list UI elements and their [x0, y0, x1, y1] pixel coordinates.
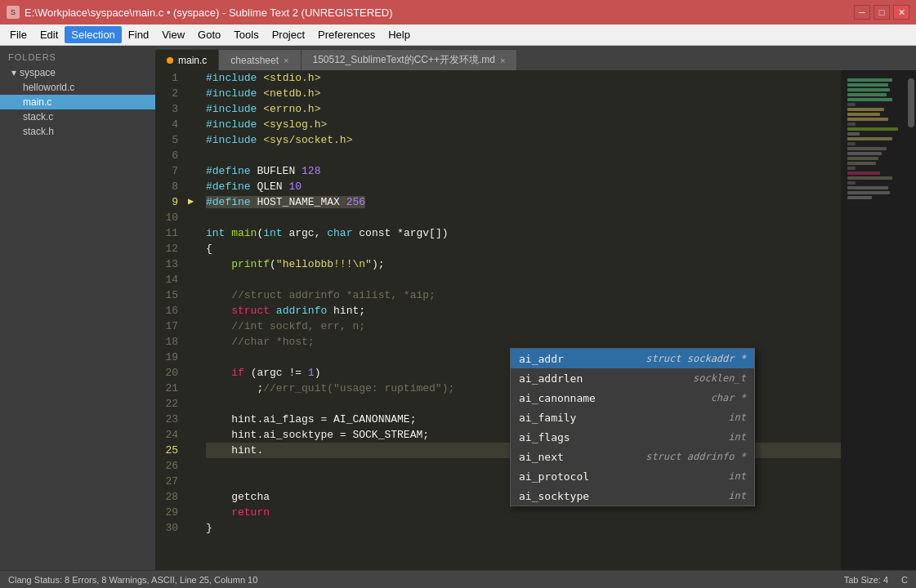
- sidebar-file-stackh[interactable]: stack.h: [0, 124, 155, 139]
- ac-item-ai-canonname[interactable]: ai_canonname char *: [511, 388, 754, 408]
- code-line-29: return: [206, 505, 841, 520]
- arrow-indicator-9: ▶: [188, 194, 199, 210]
- line-numbers: 1 2 3 4 5 6 7 8 9 10 11 12 13 14 15 16 1…: [155, 70, 188, 570]
- titlebar: S E:\Workplace\syspace\main.c • (syspace…: [0, 0, 916, 24]
- ac-type: int: [728, 412, 746, 423]
- code-line-13: printf("hellobbb!!!\n");: [206, 256, 841, 272]
- code-line-17: //int sockfd, err, n;: [206, 318, 841, 334]
- editor-container: main.c cheatsheet × 150512_SublimeText的C…: [155, 46, 916, 570]
- line-num-28: 28: [155, 489, 183, 505]
- ac-name: ai_flags: [519, 431, 570, 443]
- ac-name: ai_canonname: [519, 392, 596, 404]
- line-num-6: 6: [155, 148, 183, 163]
- line-num-27: 27: [155, 474, 183, 489]
- code-line-6: [206, 148, 841, 163]
- sidebar-file-stackc[interactable]: stack.c: [0, 109, 155, 124]
- tab-label: cheatsheet: [230, 55, 279, 66]
- tab-cheatsheet[interactable]: cheatsheet ×: [219, 49, 301, 70]
- language-text[interactable]: C: [901, 575, 908, 585]
- window-controls: ─ □ ✕: [854, 5, 909, 20]
- line-num-15: 15: [155, 287, 183, 303]
- minimap: [841, 70, 906, 570]
- line-num-10: 10: [155, 210, 183, 225]
- folders-label: FOLDERS: [0, 46, 155, 65]
- line-num-17: 17: [155, 318, 183, 334]
- tab-close-icon[interactable]: ×: [500, 56, 505, 65]
- tab-label: 150512_SublimeText的CC++开发环境.md: [313, 53, 495, 67]
- menubar: File Edit Selection Find View Goto Tools…: [0, 24, 916, 46]
- menu-project[interactable]: Project: [266, 26, 311, 43]
- tab-size-text[interactable]: Tab Size: 4: [844, 575, 888, 585]
- maximize-button[interactable]: □: [874, 5, 890, 20]
- ac-name: ai_socktype: [519, 490, 589, 502]
- line-num-16: 16: [155, 303, 183, 318]
- ac-item-ai-flags[interactable]: ai_flags int: [511, 427, 754, 447]
- menu-preferences[interactable]: Preferences: [311, 26, 382, 43]
- tab-modified-dot: [167, 57, 173, 64]
- code-line-15: //struct addrinfo *ailist, *aip;: [206, 287, 841, 303]
- code-line-12: {: [206, 241, 841, 256]
- scrollbar-thumb[interactable]: [908, 78, 914, 127]
- ac-item-ai-addr[interactable]: ai_addr struct sockaddr *: [511, 349, 754, 368]
- menu-goto[interactable]: Goto: [191, 26, 227, 43]
- line-num-24: 24: [155, 427, 183, 443]
- title-text: E:\Workplace\syspace\main.c • (syspace) …: [25, 7, 393, 19]
- arrow-col: ▶: [188, 70, 199, 570]
- line-num-7: 7: [155, 163, 183, 179]
- code-line-1: #include <stdio.h>: [206, 70, 841, 86]
- line-num-14: 14: [155, 272, 183, 287]
- sidebar-file-helloworld[interactable]: helloworld.c: [0, 80, 155, 95]
- arrow-spacer-1: [188, 70, 199, 86]
- sidebar: FOLDERS ▾ syspace helloworld.c main.c st…: [0, 46, 155, 570]
- tab-sublime-md[interactable]: 150512_SublimeText的CC++开发环境.md ×: [302, 49, 518, 70]
- menu-tools[interactable]: Tools: [227, 26, 265, 43]
- tab-main-c[interactable]: main.c: [155, 49, 219, 70]
- status-text: Clang Status: 8 Errors, 8 Warnings, ASCI…: [8, 575, 257, 585]
- menu-find[interactable]: Find: [122, 26, 155, 43]
- code-area[interactable]: #include <stdio.h> #include <netdb.h> #i…: [199, 70, 841, 570]
- ac-item-ai-addrlen[interactable]: ai_addrlen socklen_t: [511, 368, 754, 388]
- line-num-21: 21: [155, 381, 183, 396]
- code-line-7: #define BUFLEN 128: [206, 163, 841, 179]
- ac-type: int: [728, 490, 746, 501]
- menu-file[interactable]: File: [3, 26, 34, 43]
- ac-name: ai_protocol: [519, 470, 589, 483]
- line-num-22: 22: [155, 396, 183, 412]
- line-num-26: 26: [155, 458, 183, 474]
- menu-help[interactable]: Help: [382, 26, 417, 43]
- title-left: S E:\Workplace\syspace\main.c • (syspace…: [7, 6, 393, 19]
- line-num-18: 18: [155, 334, 183, 350]
- line-num-5: 5: [155, 132, 183, 148]
- editor[interactable]: 1 2 3 4 5 6 7 8 9 10 11 12 13 14 15 16 1…: [155, 70, 916, 570]
- minimize-button[interactable]: ─: [854, 5, 870, 20]
- tab-close-icon[interactable]: ×: [284, 56, 288, 65]
- ac-item-ai-family[interactable]: ai_family int: [511, 408, 754, 427]
- code-line-4: #include <syslog.h>: [206, 117, 841, 132]
- menu-view[interactable]: View: [155, 26, 191, 43]
- tab-label: main.c: [178, 55, 207, 66]
- sidebar-file-main[interactable]: main.c: [0, 95, 155, 109]
- ac-item-ai-next[interactable]: ai_next struct addrinfo *: [511, 447, 754, 466]
- ac-type: int: [728, 470, 746, 482]
- line-num-29: 29: [155, 505, 183, 520]
- menu-selection[interactable]: Selection: [65, 26, 121, 43]
- menu-edit[interactable]: Edit: [34, 26, 65, 43]
- code-line-14: [206, 272, 841, 287]
- vertical-scrollbar[interactable]: [906, 70, 916, 570]
- code-line-30: }: [206, 520, 841, 536]
- close-button[interactable]: ✕: [893, 5, 909, 20]
- main-layout: FOLDERS ▾ syspace helloworld.c main.c st…: [0, 46, 916, 570]
- sidebar-folder-syspace[interactable]: ▾ syspace: [0, 65, 155, 80]
- ac-type: socklen_t: [693, 372, 746, 384]
- ac-item-ai-socktype[interactable]: ai_socktype int: [511, 486, 754, 506]
- line-num-13: 13: [155, 256, 183, 272]
- line-num-25: 25: [155, 443, 183, 458]
- ac-name: ai_addr: [519, 353, 564, 365]
- line-num-4: 4: [155, 117, 183, 132]
- autocomplete-dropdown[interactable]: ai_addr struct sockaddr * ai_addrlen soc…: [510, 348, 755, 506]
- code-line-2: #include <netdb.h>: [206, 86, 841, 101]
- ac-item-ai-protocol[interactable]: ai_protocol int: [511, 466, 754, 486]
- ac-type: struct addrinfo *: [646, 451, 746, 462]
- ac-type: char *: [711, 392, 746, 403]
- code-line-9: #define HOST_NAME_MAX 256: [206, 194, 841, 210]
